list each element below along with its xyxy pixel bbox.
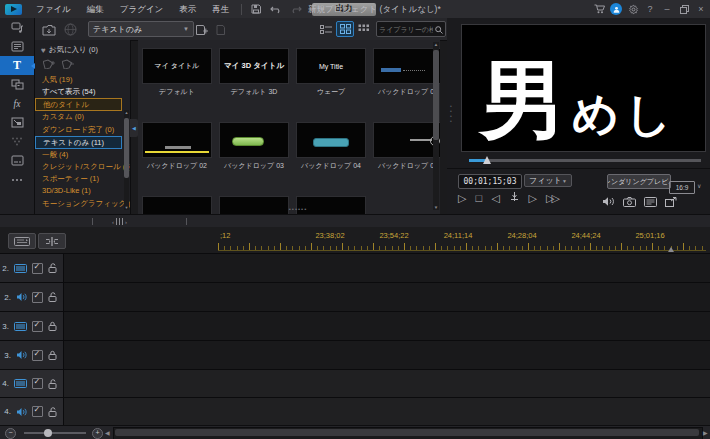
template-backdrop-04[interactable]: バックドロップ 04 [296,122,366,171]
snapshot-camera-icon[interactable] [623,193,636,211]
search-icon[interactable] [435,20,443,38]
undock-preview-icon[interactable] [665,193,677,211]
category-show-all[interactable]: すべて表示 (54) [35,86,130,98]
template-wave[interactable]: My Title ウェーブ [296,48,366,97]
fast-forward-button[interactable]: ▷▷ [546,191,557,205]
redo-icon[interactable] [289,3,303,15]
track-lane[interactable] [64,254,710,282]
category-text-only[interactable]: テキストのみ (11) [35,136,122,149]
media-room-icon[interactable] [0,18,34,37]
subtitle-room-icon[interactable] [0,151,34,170]
track-enable-checkbox[interactable] [32,321,43,332]
undo-icon[interactable] [269,3,283,15]
transition-room-icon[interactable] [0,75,34,94]
track-header[interactable]: 4. [0,370,64,397]
category-general[interactable]: 一般 (4) [35,149,130,161]
category-credit-scroll[interactable]: クレジット/スクロール (5) [35,161,130,173]
lock-icon[interactable] [48,350,57,360]
restore-window-icon[interactable] [678,3,690,15]
template-default-3d[interactable]: マイ 3D タイトル デフォルト 3D [219,48,289,97]
adjustment-room-icon[interactable] [0,37,34,56]
track-lane[interactable] [64,283,710,311]
template-partial[interactable] [219,196,289,214]
template-backdrop-03[interactable]: バックドロップ 03 [219,122,289,171]
play-button[interactable]: ▷ [458,191,466,205]
stop-button[interactable]: □ [475,191,482,205]
zoom-in-button[interactable]: + [92,428,103,439]
split-clip-button[interactable] [38,233,66,249]
template-backdrop-01[interactable]: バックドロップ 01 [373,48,440,97]
particle-room-icon[interactable] [0,132,34,151]
aspect-ratio-badge[interactable]: 16:9 [669,181,695,194]
menu-file[interactable]: ファイル [28,0,79,18]
track-manager-button[interactable] [8,233,36,249]
next-marker-button[interactable] [509,191,520,205]
minimize-icon[interactable]: – [661,3,673,15]
track-header[interactable]: 3. [0,312,64,340]
menu-edit[interactable]: 編集 [79,0,112,18]
track-header[interactable]: 3. [0,341,64,369]
title-room-icon[interactable]: T [0,56,34,75]
zoom-mode-dropdown[interactable]: フィット ▼ [524,174,572,187]
chevron-down-icon[interactable]: ∨ [697,182,701,189]
seek-handle[interactable] [483,156,491,164]
zoom-slider-knob[interactable] [44,429,52,437]
seek-bar[interactable] [469,159,701,162]
track-enable-checkbox[interactable] [32,263,43,274]
scroll-down-icon[interactable]: ▼ [433,205,439,210]
scroll-up-icon[interactable]: ▲ [433,42,439,47]
timeline-ruler[interactable]: ;12 23;38;02 23;54;22 24;11;14 24;28;04 … [218,229,706,253]
favorites-header[interactable]: ♥ お気に入り (0) [35,40,130,57]
track-enable-checkbox[interactable] [32,406,43,417]
store-cart-icon[interactable] [593,3,605,15]
grid-scrollbar[interactable]: ▲ ▼ [433,42,439,210]
add-tag-icon[interactable] [43,59,56,71]
track-header[interactable]: 4. [0,398,64,425]
unlock-icon[interactable] [48,379,57,389]
timeline-scrollbar[interactable] [113,427,703,439]
track-lane[interactable] [64,398,710,425]
track-header[interactable]: 2. [0,254,64,282]
next-frame-button[interactable]: ▷ [529,191,537,205]
menu-view[interactable]: 表示 [171,0,204,18]
category-3d-like[interactable]: 3D/3D-Like (1) [35,185,130,197]
library-filter-dropdown[interactable]: テキストのみ ▼ [88,21,194,37]
menu-playback[interactable]: 再生 [204,0,237,18]
media-info-icon[interactable] [644,193,657,211]
track-lane[interactable] [64,370,710,397]
help-icon[interactable]: ? [644,3,656,15]
divider-grip-icon[interactable]: ‹› [112,218,127,225]
lock-icon[interactable] [48,321,57,331]
save-icon[interactable] [249,3,263,15]
preview-screen[interactable]: 男 めし [461,24,706,152]
effect-room-icon[interactable]: fx [0,94,34,113]
search-input[interactable] [377,26,435,33]
template-default[interactable]: マイ タイトル デフォルト [142,48,212,97]
category-motion-graphics[interactable]: モーショングラフィック (14) [35,198,130,210]
scrollbar-thumb[interactable] [115,429,699,436]
import-media-icon[interactable] [42,22,56,40]
scroll-right-icon[interactable]: ▶ [703,429,708,437]
user-avatar[interactable] [610,3,622,15]
unlock-icon[interactable] [48,263,57,273]
duplicate-icon[interactable] [215,22,227,40]
new-folder-icon[interactable] [195,22,208,40]
track-lane[interactable] [64,312,710,340]
grid-view-icon[interactable] [336,21,354,37]
zoom-out-button[interactable]: − [5,428,16,439]
timecode-display[interactable]: 00;01;15;03 [458,174,522,189]
settings-gear-icon[interactable] [627,3,639,15]
template-backdrop-05[interactable]: バックドロップ 05 [373,122,440,171]
previous-frame-button[interactable]: ◁ [491,191,499,205]
track-lane[interactable] [64,341,710,369]
track-enable-checkbox[interactable] [32,378,43,389]
timeline-zoom-slider[interactable] [24,432,86,434]
download-templates-icon[interactable] [64,22,77,40]
collapse-categories-handle[interactable]: ◀ [130,119,138,137]
menu-plugins[interactable]: プラグイン [112,0,172,18]
close-icon[interactable]: × [695,3,707,15]
more-rooms-button[interactable] [0,170,34,189]
panel-resize-grip[interactable]: •••••• [280,208,316,211]
volume-icon[interactable] [602,193,615,211]
track-enable-checkbox[interactable] [32,350,43,361]
